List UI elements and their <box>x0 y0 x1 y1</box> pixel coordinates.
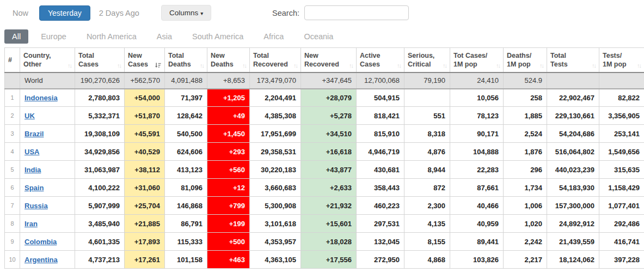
col-header-active-cases[interactable]: ActiveCases↑↓ <box>357 48 404 72</box>
country-link[interactable]: Indonesia <box>24 94 58 102</box>
col-header-tests-1m-pop[interactable]: Tests/1M pop↑↓ <box>599 48 644 72</box>
col-header-label: ActiveCases <box>360 51 381 69</box>
col-header-deaths-1m-pop[interactable]: Deaths/1M pop↑↓ <box>504 48 547 72</box>
country-link[interactable]: Colombia <box>24 238 57 246</box>
col-header-total-tests[interactable]: TotalTests↑↓ <box>547 48 599 72</box>
table-row: 9Colombia4,601,335+17,893115,333+5004,35… <box>5 233 644 251</box>
cell-tot-cases-1m-pop: 103,826 <box>450 251 504 269</box>
sort-icon: ↑↓ <box>349 62 354 69</box>
country-link[interactable]: Brazil <box>24 130 44 138</box>
cell-total-cases: 4,601,335 <box>75 233 125 251</box>
country-cell: World <box>20 72 75 89</box>
tab-asia[interactable]: Asia <box>149 29 180 44</box>
country-link[interactable]: India <box>24 166 41 174</box>
tab-north-america[interactable]: North America <box>79 29 144 44</box>
cell-total-deaths: 115,333 <box>165 233 207 251</box>
cell-total-deaths: 624,606 <box>165 143 207 161</box>
col-header-total-recovered[interactable]: TotalRecovered↑↓ <box>250 48 301 72</box>
cell-total-tests: 18,124,062 <box>547 251 599 269</box>
tab-europe[interactable]: Europe <box>33 29 74 44</box>
search-label: Search: <box>272 9 299 17</box>
cell-new-recovered: +28,079 <box>301 89 357 107</box>
cell-new-cases: +40,529 <box>125 143 165 161</box>
cell-new-recovered: +2,633 <box>301 179 357 197</box>
country-cell: Spain <box>20 179 75 197</box>
cell-total-tests: 54,204,686 <box>547 125 599 143</box>
col-header-tot-cases-1m-pop[interactable]: Tot Cases/1M pop↑↓ <box>450 48 504 72</box>
cell-new-cases: +17,893 <box>125 233 165 251</box>
cell-tot-cases-1m-pop: 22,283 <box>450 161 504 179</box>
col-header-label: TotalTests <box>550 51 568 69</box>
country-link[interactable]: Russia <box>24 202 48 210</box>
now-button[interactable]: Now <box>13 9 28 17</box>
yesterday-button[interactable]: Yesterday <box>39 5 90 21</box>
cell-serious-critical: 2,300 <box>404 197 450 215</box>
cell-active-cases: 460,223 <box>357 197 404 215</box>
cell-active-cases: 12,700,068 <box>357 72 404 89</box>
search-input[interactable] <box>304 5 409 20</box>
rank-cell: 7 <box>5 197 20 215</box>
cell-tests-1m-pop: 1,077,401 <box>599 197 644 215</box>
col-header-total-deaths[interactable]: TotalDeaths↑↓ <box>165 48 207 72</box>
col-header-new-recovered[interactable]: NewRecovered↑↓ <box>301 48 357 72</box>
country-link[interactable]: USA <box>24 148 39 156</box>
two-days-ago-button[interactable]: 2 Days Ago <box>99 9 139 17</box>
country-link[interactable]: UK <box>24 112 35 120</box>
tab-africa[interactable]: Africa <box>256 29 291 44</box>
sort-icon: ↑↓ <box>117 62 122 69</box>
sort-icon: ↑↓ <box>637 62 642 69</box>
world-row: World190,270,626+562,5704,091,488+8,6531… <box>5 72 644 89</box>
cell-new-deaths: +463 <box>207 251 250 269</box>
cell-deaths-1m-pop: 1,734 <box>504 179 547 197</box>
cell-new-recovered: +43,877 <box>301 161 357 179</box>
country-cell: UK <box>20 107 75 125</box>
tab-all[interactable]: All <box>4 29 28 44</box>
cell-deaths-1m-pop: 2,524 <box>504 125 547 143</box>
sort-icon: ↑↓ <box>443 62 447 69</box>
cell-total-recovered: 173,479,070 <box>250 72 301 89</box>
country-link[interactable]: Spain <box>24 184 44 192</box>
cell-tests-1m-pop: 1,549,656 <box>599 143 644 161</box>
country-link[interactable]: Argentina <box>24 256 58 264</box>
table-row: 10Argentina4,737,213+17,261101,158+4634,… <box>5 251 644 269</box>
cell-serious-critical: 4,868 <box>404 251 450 269</box>
cell-total-deaths: 413,123 <box>165 161 207 179</box>
tab-oceania[interactable]: Oceania <box>296 29 341 44</box>
cell-tot-cases-1m-pop: 40,959 <box>450 215 504 233</box>
cell-tests-1m-pop: 397,228 <box>599 251 644 269</box>
cell-deaths-1m-pop: 1,885 <box>504 107 547 125</box>
col-header-country-other[interactable]: Country,Other↑↓ <box>20 48 75 72</box>
rank-cell: 9 <box>5 233 20 251</box>
cell-total-tests: 54,183,930 <box>547 179 599 197</box>
cell-serious-critical: 8,155 <box>404 233 450 251</box>
country-link[interactable]: Iran <box>24 220 38 228</box>
country-cell: India <box>20 161 75 179</box>
columns-dropdown-button[interactable]: Columns▾ <box>161 5 211 21</box>
cell-tests-1m-pop: 292,486 <box>599 215 644 233</box>
rank-cell: 10 <box>5 251 20 269</box>
cell-total-tests: 24,892,912 <box>547 215 599 233</box>
col-header-label: TotalRecovered <box>253 51 288 69</box>
table-header: #Country,Other↑↓TotalCases↑↓NewCasesTota… <box>5 48 644 72</box>
cell-active-cases: 132,045 <box>357 233 404 251</box>
cell-tot-cases-1m-pop: 87,661 <box>450 179 504 197</box>
cell-active-cases: 504,915 <box>357 89 404 107</box>
cell-total-deaths: 101,158 <box>165 251 207 269</box>
country-cell: USA <box>20 143 75 161</box>
col-header-new-cases[interactable]: NewCases <box>125 48 165 72</box>
caret-down-icon: ▾ <box>200 10 203 16</box>
cell-tests-1m-pop: 416,741 <box>599 233 644 251</box>
col-header-label: TotalCases <box>78 51 99 69</box>
col-header-label: Serious,Critical <box>408 51 434 69</box>
tab-south-america[interactable]: South America <box>185 29 251 44</box>
cell-new-recovered: +17,556 <box>301 251 357 269</box>
col-header-serious-critical[interactable]: Serious,Critical↑↓ <box>404 48 450 72</box>
cell-total-cases: 5,332,371 <box>75 107 125 125</box>
col-header-new-deaths[interactable]: NewDeaths↑↓ <box>207 48 250 72</box>
rank-cell: 3 <box>5 125 20 143</box>
cell-total-cases: 3,485,940 <box>75 215 125 233</box>
table-row: 8Iran3,485,940+21,88586,791+1993,101,618… <box>5 215 644 233</box>
cell-new-recovered: +18,028 <box>301 233 357 251</box>
col-header-total-cases[interactable]: TotalCases↑↓ <box>75 48 125 72</box>
cell-serious-critical: 8,944 <box>404 161 450 179</box>
